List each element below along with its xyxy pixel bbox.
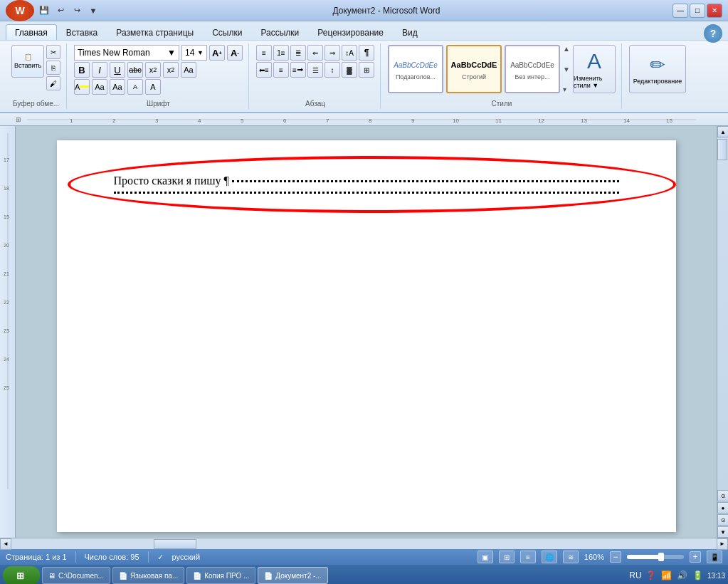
underline-button[interactable]: U <box>110 62 125 78</box>
highlight-button[interactable]: A <box>74 79 90 95</box>
help-button[interactable]: ? <box>704 24 722 43</box>
tab-layout[interactable]: Разметка страницы <box>107 24 203 40</box>
text-effect-button[interactable]: A <box>127 79 143 95</box>
increase-indent-button[interactable]: ⇒ <box>325 45 340 61</box>
tab-review[interactable]: Рецензирование <box>308 24 393 40</box>
view-layout-button[interactable]: ⊞ <box>499 551 515 563</box>
svg-text:19: 19 <box>4 214 9 219</box>
font-size-dropdown[interactable]: ▼ <box>197 49 204 56</box>
font-size-input[interactable]: 14 ▼ <box>181 45 207 61</box>
paragraph-label: Абзац <box>305 100 325 108</box>
justify-button[interactable]: ☰ <box>307 62 323 78</box>
bullets-button[interactable]: ≡ <box>256 45 272 61</box>
show-all-button[interactable]: ¶ <box>359 45 374 61</box>
tray-question-icon[interactable]: ❓ <box>645 569 658 582</box>
ruler-left-corner[interactable]: ⊞ <box>16 116 27 123</box>
increase-font-button[interactable]: A+ <box>209 45 225 61</box>
style-strict[interactable]: AaBbCcDdE Строгий <box>446 45 502 93</box>
tab-view[interactable]: Вид <box>393 24 427 40</box>
font-name-input[interactable]: Times New Roman ▼ <box>74 45 179 61</box>
change-styles-button[interactable]: A Изменить стили ▼ <box>573 45 616 93</box>
dropdown-quick-button[interactable]: ▼ <box>86 4 100 18</box>
taskbar-item-copy[interactable]: 📄 Копия ПРО ... <box>186 567 255 584</box>
numbering-button[interactable]: 1≡ <box>273 45 289 61</box>
styles-scroll-down[interactable]: ▼ <box>563 66 570 73</box>
format-painter-button[interactable]: 🖌 <box>46 76 60 90</box>
ribbon-tabs: Главная Вставка Разметка страницы Ссылки… <box>0 21 728 40</box>
prev-page-button[interactable]: ⊙ <box>717 490 728 501</box>
sort-button[interactable]: ↕A <box>342 45 357 61</box>
italic-button[interactable]: I <box>92 62 107 78</box>
taskbar-item-doc2[interactable]: 📄 Документ2 -... <box>258 567 327 584</box>
zoom-in-button[interactable]: + <box>690 551 701 563</box>
hscroll-track[interactable] <box>11 538 717 550</box>
view-normal-button[interactable]: ▣ <box>478 551 493 563</box>
decrease-font-button[interactable]: A- <box>227 45 243 61</box>
bold-button[interactable]: B <box>74 62 90 78</box>
styles-more[interactable]: ▾ <box>563 85 570 93</box>
tab-home[interactable]: Главная <box>6 24 57 40</box>
scroll-track[interactable] <box>717 137 728 490</box>
scroll-up-button[interactable]: ▲ <box>717 126 728 137</box>
shading-button[interactable]: ▓ <box>342 62 357 78</box>
document-text-line[interactable]: Просто сказки я пишу ¶ <box>114 174 619 194</box>
tray-volume-icon[interactable]: 🔊 <box>676 569 689 582</box>
zoom-bar[interactable] <box>627 555 684 559</box>
undo-quick-button[interactable]: ↩ <box>53 4 68 18</box>
multilevel-button[interactable]: ≣ <box>290 45 306 61</box>
strikethrough-button[interactable]: abc <box>127 62 143 78</box>
spell-check-lang: русский <box>172 553 200 561</box>
office-button[interactable]: W <box>6 0 34 21</box>
scroll-thumb[interactable] <box>717 139 727 160</box>
maximize-button[interactable]: □ <box>690 4 705 18</box>
hscroll-left-button[interactable]: ◄ <box>0 538 11 550</box>
scroll-down-button[interactable]: ▼ <box>717 526 728 538</box>
line-spacing-button[interactable]: ↕ <box>325 62 340 78</box>
view-reading-button[interactable]: ≡ <box>520 551 536 563</box>
phone-button[interactable]: 📱 <box>707 551 722 563</box>
font-color-button[interactable]: Aa <box>92 79 107 95</box>
start-button[interactable]: ⊞ <box>3 566 40 584</box>
document-page[interactable]: Просто сказки я пишу ¶ <box>57 140 676 532</box>
font-name-dropdown[interactable]: ▼ <box>167 48 176 58</box>
tab-mailings[interactable]: Рассылки <box>251 24 308 40</box>
copy-button[interactable]: ⎘ <box>46 61 60 75</box>
align-right-button[interactable]: ≡⮕ <box>290 62 306 78</box>
taskbar-item-lang[interactable]: 📄 Языковая па... <box>112 567 184 584</box>
align-center-button[interactable]: ≡ <box>273 62 289 78</box>
align-left-button[interactable]: ⬅≡ <box>256 62 272 78</box>
minimize-button[interactable]: — <box>672 4 688 18</box>
editing-button[interactable]: ✏ Редактирование <box>629 45 686 93</box>
zoom-out-button[interactable]: − <box>610 551 621 563</box>
select-browse-button[interactable]: ● <box>717 502 728 513</box>
hscroll-thumb[interactable] <box>154 539 196 549</box>
taskbar-item-explorer[interactable]: 🖥 C:\Documen... <box>42 567 110 584</box>
save-quick-button[interactable]: 💾 <box>37 4 51 18</box>
hscroll-right-button[interactable]: ► <box>717 538 728 550</box>
svg-text:18: 18 <box>4 186 9 191</box>
paste-label: Вставить <box>14 62 41 69</box>
decrease-indent-button[interactable]: ⇐ <box>307 45 323 61</box>
styles-scroll-up[interactable]: ▲ <box>563 45 570 53</box>
next-page-button[interactable]: ⊙ <box>717 514 728 526</box>
tab-references[interactable]: Ссылки <box>203 24 251 40</box>
style-subheading-preview: AaBbCcDdEe <box>391 58 441 72</box>
tray-ru-icon[interactable]: RU <box>629 569 642 582</box>
paste-button[interactable]: 📋 Вставить <box>11 45 44 78</box>
zoom-handle[interactable] <box>658 553 664 561</box>
subscript-button[interactable]: x2 <box>145 62 161 78</box>
change-case-button[interactable]: Aa <box>110 79 125 95</box>
style-nospacing[interactable]: AaBbCcDdEe Без интер... <box>505 45 560 93</box>
view-web-button[interactable]: 🌐 <box>542 551 557 563</box>
svg-text:25: 25 <box>4 385 9 390</box>
tab-insert[interactable]: Вставка <box>57 24 107 40</box>
superscript-button[interactable]: x2 <box>163 62 179 78</box>
font-color-2-button[interactable]: A <box>145 79 161 95</box>
style-subheading[interactable]: AaBbCcDdEe Подзаголов... <box>388 45 443 93</box>
border-button[interactable]: ⊞ <box>359 62 374 78</box>
redo-quick-button[interactable]: ↪ <box>70 4 84 18</box>
clear-format-button[interactable]: Aa <box>181 62 196 78</box>
view-outline-button[interactable]: ≋ <box>563 551 579 563</box>
close-button[interactable]: ✕ <box>707 4 722 18</box>
cut-button[interactable]: ✂ <box>46 45 60 59</box>
